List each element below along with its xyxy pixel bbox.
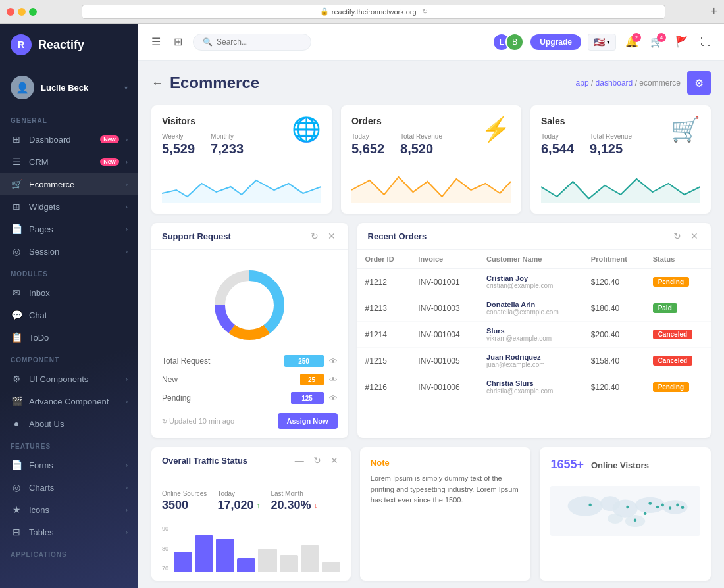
sidebar-item-pages[interactable]: 📄 Pages ›	[0, 218, 138, 240]
new-bar: 25	[300, 374, 324, 385]
sidebar-item-tables[interactable]: ⊟ Tables ›	[0, 521, 138, 543]
svg-point-15	[649, 502, 652, 505]
breadcrumb-dashboard[interactable]: dashboard	[596, 78, 633, 87]
breadcrumb-app[interactable]: app	[576, 78, 589, 87]
menu-icon[interactable]: ☰	[149, 33, 163, 51]
sidebar-item-about-us[interactable]: ● About Us	[0, 412, 138, 435]
profit: $120.40	[583, 374, 645, 401]
minimize-icon[interactable]: —	[290, 231, 303, 241]
sidebar-item-charts[interactable]: ◎ Charts ›	[0, 476, 138, 499]
assign-button[interactable]: Assign Now	[278, 413, 338, 429]
invoice: INV-001006	[410, 374, 478, 401]
icons-icon: ★	[11, 504, 22, 515]
search-box[interactable]: 🔍	[193, 34, 311, 51]
minimize-traffic-icon[interactable]: —	[293, 455, 306, 466]
dot-red[interactable]	[7, 8, 14, 16]
notifications-button[interactable]: 🔔 2	[623, 33, 641, 51]
close-traffic-icon[interactable]: ✕	[328, 455, 340, 466]
upgrade-button[interactable]: Upgrade	[530, 34, 581, 50]
sidebar: R Reactify 👤 Lucile Beck ▾ General ⊞ Das…	[0, 24, 138, 588]
sales-today-label: Today	[541, 133, 574, 140]
col-invoice: Invoice	[410, 250, 478, 269]
refresh-traffic-icon[interactable]: ↻	[311, 455, 323, 466]
status: Canceled	[645, 322, 711, 348]
last-month-value: 20.30% ↓	[271, 499, 317, 512]
today-traffic-value: 17,020 ↑	[217, 499, 260, 512]
sidebar-item-forms[interactable]: 📄 Forms ›	[0, 454, 138, 476]
customer: Donatella Arin conatella@example.com	[478, 295, 583, 322]
minimize-orders-icon[interactable]: —	[653, 231, 666, 241]
new-eye-icon[interactable]: 👁	[329, 375, 338, 385]
close-icon[interactable]: ✕	[326, 231, 338, 241]
status: Pending	[645, 269, 711, 295]
pending-label: Pending	[162, 393, 191, 403]
col-status: Status	[645, 250, 711, 269]
forms-icon: 📄	[11, 460, 22, 470]
svg-point-21	[634, 518, 637, 522]
sidebar-item-advance[interactable]: 🎬 Advance Component ›	[0, 390, 138, 412]
sidebar-arrow: ›	[126, 529, 128, 536]
customer: Juan Rodriquez juan@example.com	[478, 348, 583, 374]
sidebar-item-todo[interactable]: 📋 ToDo	[0, 326, 138, 349]
visitors-title: Visitors	[162, 116, 244, 126]
sidebar-user[interactable]: 👤 Lucile Beck ▾	[0, 66, 138, 109]
invoice: INV-001001	[410, 269, 478, 295]
cart-button[interactable]: 🛒 4	[648, 33, 666, 51]
bar-4	[237, 558, 255, 572]
flag-icon: 🇺🇸	[594, 37, 605, 47]
table-row: #1216 INV-001006 Christia Slurs christia…	[357, 374, 711, 401]
dot-yellow[interactable]	[18, 8, 26, 16]
dot-green[interactable]	[29, 8, 37, 16]
sidebar-item-widgets[interactable]: ⊞ Widgets ›	[0, 195, 138, 218]
notification-badge: 2	[632, 33, 641, 42]
new-request-row: New 25 👁	[162, 374, 338, 385]
support-title: Support Request	[162, 232, 285, 241]
invoice: INV-001004	[410, 322, 478, 348]
flag-message-icon[interactable]: 🚩	[673, 33, 691, 51]
sidebar-item-ui-components[interactable]: ⚙ UI Components ›	[0, 368, 138, 390]
sidebar-item-chat[interactable]: 💬 Chat	[0, 304, 138, 326]
sidebar-item-icons[interactable]: ★ Icons ›	[0, 499, 138, 521]
order-id: #1214	[357, 322, 411, 348]
flag-selector[interactable]: 🇺🇸 ▾	[588, 34, 616, 51]
svg-point-20	[681, 506, 685, 509]
sidebar-item-crm[interactable]: ☰ CRM New ›	[0, 151, 138, 173]
monthly-label: Monthly	[211, 133, 244, 140]
table-row: #1215 INV-001005 Juan Rodriquez juan@exa…	[357, 348, 711, 374]
sales-today-value: 6,544	[541, 141, 574, 157]
orders-revenue-value: 8,520	[400, 141, 442, 157]
crm-icon: ☰	[11, 157, 22, 167]
sidebar-item-dashboard[interactable]: ⊞ Dashboard New ›	[0, 128, 138, 151]
refresh-orders-icon[interactable]: ↻	[671, 231, 683, 241]
back-arrow[interactable]: ←	[151, 76, 163, 90]
customer: Slurs vikram@example.com	[478, 322, 583, 348]
fullscreen-icon[interactable]: ⛶	[698, 34, 713, 51]
sidebar-item-session[interactable]: ◎ Session ›	[0, 240, 138, 262]
sidebar-item-inbox[interactable]: ✉ Inbox	[0, 282, 138, 304]
page-header: ← Ecommerce app / dashboard / ecommerce …	[151, 71, 711, 95]
table-row: #1214 INV-001004 Slurs vikram@example.co…	[357, 322, 711, 348]
traffic-stats: Online Sources 3500 Today 17,020 ↑	[162, 490, 340, 512]
sidebar-item-label: Chat	[29, 310, 128, 320]
browser-new-tab[interactable]: +	[710, 5, 717, 18]
update-row: ↻ Updated 10 min ago Assign Now	[162, 413, 338, 429]
invoice: INV-001005	[410, 348, 478, 374]
grid-icon[interactable]: ⊞	[171, 33, 185, 51]
y-labels: 90 80 70	[162, 526, 168, 572]
sidebar-arrow: ›	[126, 506, 128, 514]
total-eye-icon[interactable]: 👁	[329, 356, 338, 366]
sales-revenue-label: Total Revenue	[590, 133, 632, 140]
middle-row: Support Request — ↻ ✕	[151, 223, 711, 438]
svg-point-22	[644, 512, 647, 516]
close-orders-icon[interactable]: ✕	[688, 231, 700, 241]
search-input[interactable]	[217, 37, 302, 47]
pending-eye-icon[interactable]: 👁	[329, 393, 338, 403]
online-sources-value: 3500	[162, 499, 207, 512]
sidebar-item-ecommerce[interactable]: 🛒 Ecommerce ›	[0, 173, 138, 195]
order-id: #1215	[357, 348, 411, 374]
refresh-icon[interactable]: ↻	[309, 231, 321, 241]
sidebar-arrow: ›	[126, 484, 128, 491]
invoice: INV-001003	[410, 295, 478, 322]
settings-fab[interactable]: ⚙	[687, 71, 711, 95]
sidebar-arrow: ›	[126, 462, 128, 469]
